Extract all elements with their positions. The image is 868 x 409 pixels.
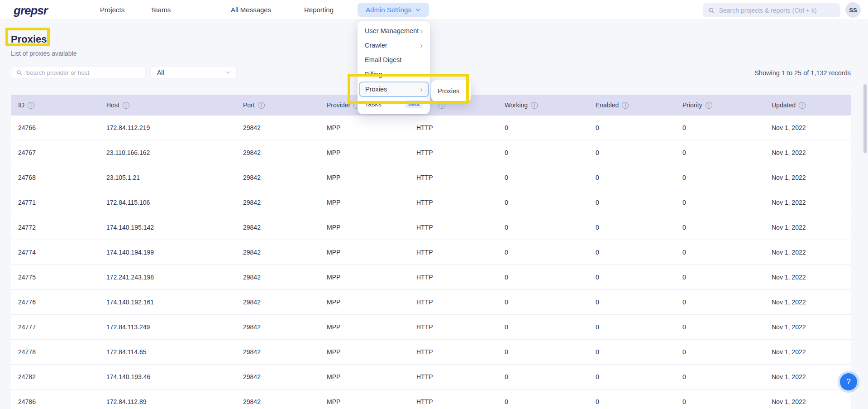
cell-host: 23.110.166.162	[106, 149, 243, 156]
cell-enabled: 0	[596, 174, 682, 181]
table-row: 2476723.110.166.16229842MPPHTTP000Nov 1,…	[11, 140, 851, 165]
cell-host: 174.140.193.46	[106, 373, 243, 380]
cell-type: HTTP	[416, 149, 505, 156]
id-info-icon[interactable]	[28, 102, 34, 109]
avatar[interactable]: SS	[845, 2, 861, 18]
page-subtitle: List of proxies available	[11, 50, 77, 57]
cell-working: 0	[505, 149, 596, 156]
menu-item-proxies-submenu[interactable]: Proxies	[431, 80, 471, 101]
cell-priority: 0	[682, 199, 772, 206]
cell-type: HTTP	[416, 323, 505, 331]
table-row: 24771172.84.115.10629842MPPHTTP000Nov 1,…	[11, 190, 851, 215]
table-header-row: IDHostPortProviderWorkingEnabledPriority…	[11, 95, 851, 115]
cell-priority: 0	[682, 274, 772, 281]
chevron-down-icon	[415, 7, 421, 13]
cell-port: 29842	[243, 323, 327, 331]
admin-settings-button[interactable]: Admin Settings	[358, 3, 429, 17]
column-header-priority: Priority	[682, 101, 772, 109]
cell-provider: MPP	[327, 149, 416, 156]
cell-updated: Nov 1, 2022	[772, 398, 851, 405]
working-info-icon[interactable]	[531, 102, 538, 109]
cell-host: 172.84.115.106	[106, 199, 243, 206]
cell-type: HTTP	[416, 398, 505, 405]
cell-priority: 0	[682, 124, 772, 131]
page-title: Proxies	[11, 34, 47, 45]
menu-item-label: Proxies	[365, 86, 387, 93]
port-info-icon[interactable]	[258, 102, 265, 109]
cell-enabled: 0	[596, 373, 682, 380]
proxy-search-input[interactable]	[26, 69, 140, 76]
column-label: Enabled	[596, 101, 619, 109]
help-button[interactable]: ?	[840, 373, 857, 390]
menu-item-tasks[interactable]: TasksBeta	[358, 97, 430, 111]
cell-working: 0	[505, 124, 596, 131]
column-label: Host	[106, 101, 119, 109]
enabled-info-icon[interactable]	[622, 102, 629, 109]
type-info-icon[interactable]	[439, 102, 445, 109]
host-info-icon[interactable]	[123, 102, 129, 109]
global-search-input[interactable]	[719, 7, 835, 14]
cell-id: 24776	[18, 298, 106, 306]
menu-item-label: Email Digest	[365, 56, 401, 63]
cell-port: 29842	[243, 348, 327, 356]
menu-item-user-management[interactable]: User Management›	[358, 24, 430, 38]
cell-priority: 0	[682, 224, 772, 231]
cell-port: 29842	[243, 124, 327, 131]
updated-info-icon[interactable]	[799, 102, 806, 109]
cell-working: 0	[505, 398, 596, 405]
cell-provider: MPP	[327, 124, 416, 131]
cell-type: HTTP	[416, 124, 505, 131]
table-row: 2476823.105.1.2129842MPPHTTP000Nov 1, 20…	[11, 165, 851, 190]
cell-host: 172.84.114.65	[106, 348, 243, 356]
menu-item-email-digest[interactable]: Email Digest	[358, 53, 430, 67]
cell-provider: MPP	[327, 274, 416, 281]
cell-port: 29842	[243, 224, 327, 231]
cell-working: 0	[505, 373, 596, 380]
cell-priority: 0	[682, 298, 772, 306]
menu-item-label: Tasks	[365, 101, 382, 108]
proxy-search-field	[11, 66, 146, 79]
menu-item-label: User Management	[365, 27, 419, 34]
cell-provider: MPP	[327, 224, 416, 231]
nav-item-teams[interactable]: Teams	[151, 6, 171, 14]
menu-item-billing[interactable]: Billing	[358, 67, 430, 82]
admin-settings-menu: User Management›Crawler›Email DigestBill…	[358, 21, 430, 114]
chevron-down-icon	[225, 70, 231, 75]
cell-working: 0	[505, 348, 596, 356]
beta-badge: Beta	[405, 100, 423, 108]
menu-item-crawler[interactable]: Crawler›	[358, 38, 430, 53]
cell-port: 29842	[243, 249, 327, 256]
nav-item-all-messages[interactable]: All Messages	[231, 6, 271, 14]
table-row: 24774174.140.194.19929842MPPHTTP000Nov 1…	[11, 240, 851, 265]
grepsr-logo[interactable]: grepsr	[14, 4, 48, 18]
nav-item-reporting[interactable]: Reporting	[304, 6, 334, 14]
column-label: Working	[505, 101, 528, 109]
menu-item-proxies[interactable]: Proxies›	[359, 82, 429, 97]
cell-type: HTTP	[416, 174, 505, 181]
topbar: grepsr Admin Settings SS ProjectsTeamsAl…	[0, 0, 868, 20]
cell-port: 29842	[243, 274, 327, 281]
cell-updated: Nov 1, 2022	[772, 348, 851, 356]
column-label: Port	[243, 101, 255, 109]
cell-type: HTTP	[416, 274, 505, 281]
priority-info-icon[interactable]	[706, 102, 712, 109]
cell-updated: Nov 1, 2022	[772, 373, 851, 380]
cell-id: 24771	[18, 199, 106, 206]
cell-working: 0	[505, 174, 596, 181]
cell-host: 174.140.194.199	[106, 249, 243, 256]
scrollbar-thumb[interactable]	[863, 84, 867, 153]
cell-priority: 0	[682, 149, 772, 156]
cell-working: 0	[505, 274, 596, 281]
admin-settings-label: Admin Settings	[366, 6, 411, 14]
cell-provider: MPP	[327, 174, 416, 181]
column-label: ID	[18, 101, 24, 109]
cell-priority: 0	[682, 174, 772, 181]
cell-enabled: 0	[596, 124, 682, 131]
cell-updated: Nov 1, 2022	[772, 124, 851, 131]
nav-item-projects[interactable]: Projects	[100, 6, 124, 14]
cell-priority: 0	[682, 398, 772, 405]
cell-updated: Nov 1, 2022	[772, 274, 851, 281]
cell-provider: MPP	[327, 199, 416, 206]
status-filter-select[interactable]: All	[150, 66, 237, 79]
cell-type: HTTP	[416, 298, 505, 306]
